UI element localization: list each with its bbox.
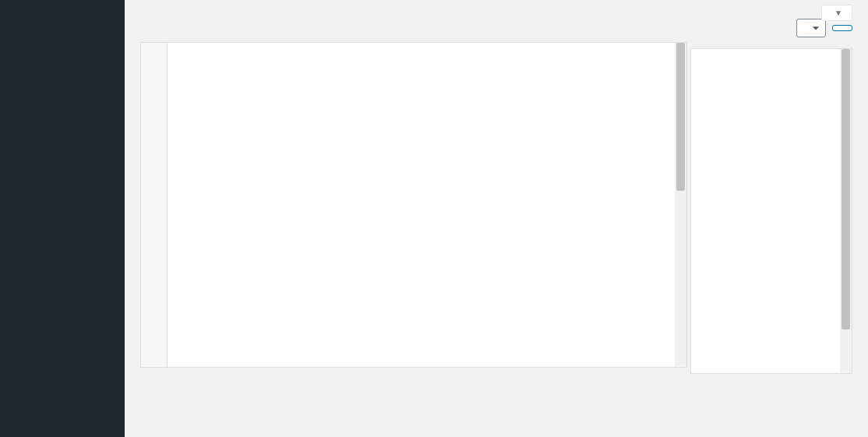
- scrollbar-thumb[interactable]: [842, 49, 850, 330]
- chevron-down-icon: ▼: [834, 9, 842, 17]
- files-body: [691, 49, 852, 373]
- page-title: [140, 0, 852, 19]
- files-column: [690, 42, 852, 374]
- select-button[interactable]: [832, 25, 852, 31]
- line-gutter: [141, 43, 168, 367]
- help-tab[interactable]: ▼: [821, 5, 852, 21]
- heading-row: [140, 19, 852, 37]
- main-content: ▼: [125, 0, 868, 437]
- code-editor[interactable]: [168, 43, 675, 367]
- scrollbar-thumb[interactable]: [676, 43, 685, 191]
- theme-select[interactable]: [796, 19, 826, 37]
- admin-sidebar: [0, 0, 125, 437]
- files-list: [691, 49, 840, 373]
- editor-wrap: [140, 42, 687, 368]
- editor-scrollbar[interactable]: [675, 43, 686, 367]
- files-scrollbar[interactable]: [840, 49, 852, 373]
- theme-select-row: [790, 19, 852, 37]
- editor-pane: [141, 43, 686, 367]
- theme-files-heading: [690, 42, 852, 48]
